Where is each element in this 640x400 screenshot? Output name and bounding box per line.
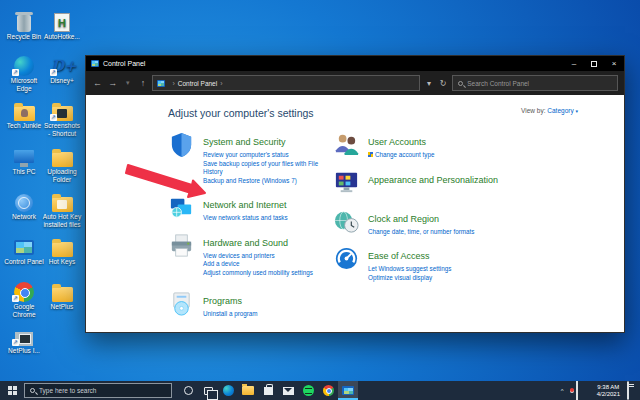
category-link[interactable]: Adjust commonly used mobility settings: [203, 269, 313, 278]
desktop-icon-hot-keys[interactable]: Hot Keys: [42, 233, 82, 266]
ease-of-access-icon[interactable]: [333, 245, 360, 272]
shortcut-arrow-icon: ↗: [12, 295, 19, 302]
start-button[interactable]: [0, 381, 24, 400]
folder-files-icon: [50, 188, 74, 212]
control-panel-icon: [12, 233, 36, 257]
close-button[interactable]: ×: [604, 56, 624, 71]
category-link[interactable]: Review your computer's status: [203, 151, 333, 160]
category-link[interactable]: Uninstall a program: [203, 310, 258, 319]
display-tray-button[interactable]: [576, 382, 578, 400]
minimize-button[interactable]: –: [564, 56, 584, 71]
desktop-icon-chrome[interactable]: ↗ Google Chrome: [4, 278, 44, 319]
category-title[interactable]: Ease of Access: [368, 251, 430, 261]
category-link[interactable]: Let Windows suggest settings: [368, 265, 451, 274]
page-title: Adjust your computer's settings: [168, 107, 314, 119]
clock-time: 9:38 AM: [597, 384, 620, 391]
forward-button[interactable]: →: [107, 78, 118, 88]
desktop-icon-label: Control Panel: [4, 258, 44, 266]
category-title[interactable]: User Accounts: [368, 137, 426, 147]
category-title[interactable]: System and Security: [203, 137, 286, 147]
desktop-icon-screenshots[interactable]: ↗ Screenshots - Shortcut: [42, 97, 82, 138]
category-link[interactable]: Change date, time, or number formats: [368, 228, 474, 237]
view-by-control[interactable]: View by: Category ▾: [521, 107, 578, 114]
system-tray: ^ 9:38 AM 4/2/2021: [561, 381, 640, 400]
category-link[interactable]: View devices and printers: [203, 252, 313, 261]
uac-shield-icon: [368, 152, 373, 157]
shield-icon[interactable]: [168, 131, 195, 158]
microsoft-store-button[interactable]: [258, 381, 278, 400]
category-title[interactable]: Programs: [203, 296, 242, 306]
desktop-icon-label: Network: [4, 213, 44, 221]
address-bar[interactable]: › Control Panel ›: [152, 75, 419, 91]
network-icon: [12, 188, 36, 212]
desktop-icon-netplus-installer[interactable]: ↗ NetPlus I...: [4, 322, 44, 355]
desktop-icon-label: Auto Hot Key installed files: [42, 213, 82, 229]
desktop-icon-edge[interactable]: ↗ Microsoft Edge: [4, 52, 44, 93]
category-link[interactable]: Backup and Restore (Windows 7): [203, 177, 333, 186]
category-title[interactable]: Clock and Region: [368, 214, 439, 224]
refresh-button[interactable]: ↻: [438, 79, 448, 88]
category-link[interactable]: Change account type: [368, 151, 435, 160]
category-clock-region: Clock and Region Change date, time, or n…: [333, 208, 624, 237]
chrome-taskbar-button[interactable]: [318, 381, 338, 400]
disney-plus-icon: D+↗: [50, 52, 74, 76]
category-programs: Programs Uninstall a program: [168, 290, 333, 319]
printer-icon[interactable]: [168, 232, 195, 259]
windows-logo-icon: [8, 386, 12, 390]
chrome-icon: [323, 385, 334, 396]
clock-region-icon[interactable]: [333, 208, 360, 235]
mail-button[interactable]: [278, 381, 298, 400]
category-link[interactable]: Optimize visual display: [368, 274, 451, 283]
notification-icon: [627, 381, 629, 400]
maximize-icon: [591, 61, 597, 67]
control-panel-taskbar-button[interactable]: [338, 381, 358, 400]
category-appearance: Appearance and Personalization: [333, 169, 624, 196]
spotify-button[interactable]: [298, 381, 318, 400]
desktop-icon-label: AutoHotke...: [42, 33, 82, 41]
folder-person-icon: [12, 97, 36, 121]
file-explorer-button[interactable]: [238, 381, 258, 400]
address-dropdown-button[interactable]: ▾: [424, 79, 434, 88]
desktop-icon-netplus[interactable]: NetPlus: [42, 278, 82, 311]
desktop-icon-disney-plus[interactable]: D+↗ Disney+: [42, 52, 82, 85]
category-link[interactable]: View network status and tasks: [203, 214, 288, 223]
taskbar-clock[interactable]: 9:38 AM 4/2/2021: [594, 384, 623, 398]
chrome-icon: ↗: [12, 278, 36, 302]
desktop-icon-network[interactable]: Network: [4, 188, 44, 221]
category-link[interactable]: Save backup copies of your files with Fi…: [203, 160, 333, 177]
category-title[interactable]: Network and Internet: [203, 200, 287, 210]
desktop-icon-uploading-folder[interactable]: Uploading Folder: [42, 143, 82, 184]
breadcrumb[interactable]: Control Panel: [178, 80, 217, 87]
action-center-button[interactable]: [627, 382, 629, 400]
category-link[interactable]: Add a device: [203, 260, 313, 269]
taskbar: Type here to search ^ 9:38 AM 4/2/2021: [0, 381, 640, 400]
search-input[interactable]: Search Control Panel: [452, 75, 618, 91]
maximize-button[interactable]: [584, 56, 604, 71]
category-user-accounts: User Accounts Change account type: [333, 131, 624, 160]
navigation-toolbar: ← → ▾ ↑ › Control Panel › ▾ ↻ Search Con…: [86, 71, 624, 95]
programs-icon[interactable]: [168, 290, 195, 317]
personalization-icon[interactable]: [333, 169, 360, 196]
tray-expand-button[interactable]: ^: [561, 388, 564, 394]
chevron-down-icon: ▾: [575, 108, 578, 114]
view-by-value[interactable]: Category: [547, 107, 573, 114]
up-button[interactable]: ↑: [137, 78, 148, 88]
task-view-button[interactable]: [198, 381, 218, 400]
desktop-icon-tech-junkie[interactable]: Tech Junkie: [4, 97, 44, 130]
desktop-icon-this-pc[interactable]: This PC: [4, 143, 44, 176]
desktop-icon-autohotkey[interactable]: AutoHotke...: [42, 8, 82, 41]
edge-taskbar-button[interactable]: [218, 381, 238, 400]
category-title[interactable]: Hardware and Sound: [203, 238, 288, 248]
taskbar-search-input[interactable]: Type here to search: [24, 383, 172, 398]
title-bar[interactable]: Control Panel – ×: [86, 56, 624, 71]
recent-pages-dropdown[interactable]: ▾: [122, 79, 133, 87]
desktop-icon-ahk-files[interactable]: Auto Hot Key installed files: [42, 188, 82, 229]
shortcut-arrow-icon: ↗: [12, 69, 19, 76]
desktop-icon-recycle-bin[interactable]: Recycle Bin: [4, 8, 44, 41]
users-icon[interactable]: [333, 131, 360, 158]
back-button[interactable]: ←: [92, 78, 103, 88]
desktop-icon-control-panel[interactable]: Control Panel: [4, 233, 44, 266]
category-title[interactable]: Appearance and Personalization: [368, 175, 498, 185]
cortana-button[interactable]: [178, 381, 198, 400]
desktop-icon-label: Google Chrome: [4, 303, 44, 319]
